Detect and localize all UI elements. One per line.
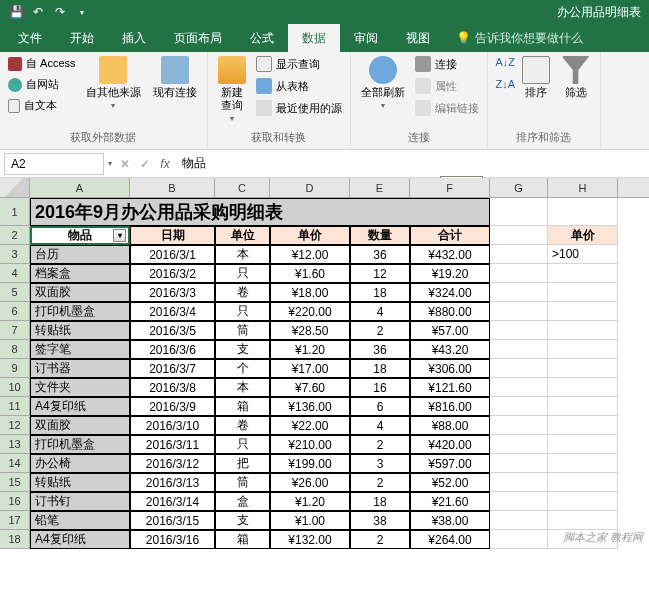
cell-item[interactable]: 订书钉 xyxy=(30,492,130,511)
cell[interactable] xyxy=(490,511,548,530)
cell-item[interactable]: 打印机墨盒 xyxy=(30,435,130,454)
cell-qty[interactable]: 18 xyxy=(350,283,410,302)
cell-unit[interactable]: 个 xyxy=(215,359,270,378)
cell-date[interactable]: 2016/3/8 xyxy=(130,378,215,397)
cell-date[interactable]: 2016/3/5 xyxy=(130,321,215,340)
cell[interactable] xyxy=(548,359,618,378)
cell-date[interactable]: 2016/3/4 xyxy=(130,302,215,321)
cell-price[interactable]: ¥22.00 xyxy=(270,416,350,435)
cell[interactable] xyxy=(490,226,548,245)
cell[interactable] xyxy=(548,198,618,226)
show-queries-button[interactable]: 显示查询 xyxy=(254,54,344,74)
cell[interactable] xyxy=(548,435,618,454)
row-header[interactable]: 17 xyxy=(0,511,30,530)
cell-unit[interactable]: 盒 xyxy=(215,492,270,511)
connections-button[interactable]: 连接 xyxy=(413,54,481,74)
col-header-D[interactable]: D xyxy=(270,178,350,197)
col-header-C[interactable]: C xyxy=(215,178,270,197)
edit-links-button[interactable]: 编辑链接 xyxy=(413,98,481,118)
from-access-button[interactable]: 自 Access xyxy=(6,54,78,73)
cell-qty[interactable]: 2 xyxy=(350,435,410,454)
cell[interactable] xyxy=(490,321,548,340)
sort-desc-button[interactable]: Z↓A xyxy=(494,76,514,96)
cell[interactable] xyxy=(548,302,618,321)
cell-item[interactable]: 办公椅 xyxy=(30,454,130,473)
cell[interactable] xyxy=(490,340,548,359)
filter-value-cell[interactable]: >100 xyxy=(548,245,618,264)
cell[interactable] xyxy=(490,492,548,511)
cell-unit[interactable]: 只 xyxy=(215,435,270,454)
filter-dropdown-icon[interactable]: ▾ xyxy=(113,229,126,242)
qat-dropdown[interactable]: ▾ xyxy=(72,2,92,22)
row-header-2[interactable]: 2 xyxy=(0,226,30,245)
formula-input[interactable] xyxy=(178,153,649,175)
header-price[interactable]: 单价 xyxy=(270,226,350,245)
row-header[interactable]: 18 xyxy=(0,530,30,549)
cell-unit[interactable]: 本 xyxy=(215,245,270,264)
cell-total[interactable]: ¥121.60 xyxy=(410,378,490,397)
cell-item[interactable]: 双面胶 xyxy=(30,283,130,302)
cell[interactable] xyxy=(548,340,618,359)
cell-price[interactable]: ¥220.00 xyxy=(270,302,350,321)
sort-button[interactable]: 排序 xyxy=(518,54,554,101)
cell-unit[interactable]: 筒 xyxy=(215,473,270,492)
row-header-1[interactable]: 1 xyxy=(0,198,30,226)
new-query-button[interactable]: 新建 查询▾ xyxy=(214,54,250,125)
cell-item[interactable]: 档案盒 xyxy=(30,264,130,283)
cell-date[interactable]: 2016/3/9 xyxy=(130,397,215,416)
cell-date[interactable]: 2016/3/2 xyxy=(130,264,215,283)
col-header-H[interactable]: H xyxy=(548,178,618,197)
cell-qty[interactable]: 18 xyxy=(350,492,410,511)
cell-unit[interactable]: 筒 xyxy=(215,321,270,340)
recent-sources-button[interactable]: 最近使用的源 xyxy=(254,98,344,118)
cell-date[interactable]: 2016/3/16 xyxy=(130,530,215,549)
tab-file[interactable]: 文件 xyxy=(4,24,56,53)
cancel-button[interactable]: ✕ xyxy=(116,155,134,173)
cell-unit[interactable]: 只 xyxy=(215,264,270,283)
cell-item[interactable]: 铅笔 xyxy=(30,511,130,530)
tab-data[interactable]: 数据 xyxy=(288,24,340,53)
header-date[interactable]: 日期 xyxy=(130,226,215,245)
cell-price[interactable]: ¥136.00 xyxy=(270,397,350,416)
cell-price[interactable]: ¥199.00 xyxy=(270,454,350,473)
cell-price[interactable]: ¥26.00 xyxy=(270,473,350,492)
cell-unit[interactable]: 卷 xyxy=(215,416,270,435)
row-header[interactable]: 10 xyxy=(0,378,30,397)
tab-review[interactable]: 审阅 xyxy=(340,24,392,53)
cell-date[interactable]: 2016/3/6 xyxy=(130,340,215,359)
cell-unit[interactable]: 箱 xyxy=(215,397,270,416)
cell-item[interactable]: A4复印纸 xyxy=(30,397,130,416)
header-qty[interactable]: 数量 xyxy=(350,226,410,245)
refresh-all-button[interactable]: 全部刷新▾ xyxy=(357,54,409,112)
from-text-button[interactable]: 自文本 xyxy=(6,96,78,115)
cell-item[interactable]: 打印机墨盒 xyxy=(30,302,130,321)
filter-button[interactable]: 筛选 xyxy=(558,54,594,101)
spreadsheet-grid[interactable]: A B C D E F G H 1 2016年9月办公用品采购明细表 2 物品 … xyxy=(0,178,649,549)
cell[interactable] xyxy=(548,511,618,530)
cell-qty[interactable]: 38 xyxy=(350,511,410,530)
cell-qty[interactable]: 2 xyxy=(350,321,410,340)
cell-price[interactable]: ¥1.20 xyxy=(270,340,350,359)
cell[interactable] xyxy=(490,245,548,264)
cell[interactable] xyxy=(548,321,618,340)
row-header[interactable]: 3 xyxy=(0,245,30,264)
cell-unit[interactable]: 只 xyxy=(215,302,270,321)
filter-header[interactable]: 单价 xyxy=(548,226,618,245)
cell-total[interactable]: ¥38.00 xyxy=(410,511,490,530)
cell[interactable] xyxy=(490,473,548,492)
header-total[interactable]: 合计 xyxy=(410,226,490,245)
name-box[interactable] xyxy=(4,153,104,175)
cell[interactable] xyxy=(490,416,548,435)
tell-me-search[interactable]: 💡 告诉我你想要做什么 xyxy=(444,30,583,47)
cell-price[interactable]: ¥12.00 xyxy=(270,245,350,264)
existing-connections-button[interactable]: 现有连接 xyxy=(149,54,201,101)
from-web-button[interactable]: 自网站 xyxy=(6,75,78,94)
cell-price[interactable]: ¥7.60 xyxy=(270,378,350,397)
cell-unit[interactable]: 支 xyxy=(215,511,270,530)
cell-price[interactable]: ¥132.00 xyxy=(270,530,350,549)
cell-total[interactable]: ¥19.20 xyxy=(410,264,490,283)
row-header[interactable]: 8 xyxy=(0,340,30,359)
cell-qty[interactable]: 36 xyxy=(350,340,410,359)
cell-total[interactable]: ¥324.00 xyxy=(410,283,490,302)
cell[interactable] xyxy=(490,435,548,454)
